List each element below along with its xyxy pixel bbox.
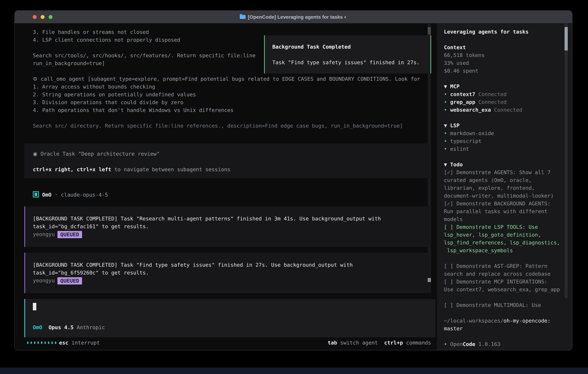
- titlebar: [OpenCode] Leveraging agents for tasks ◐: [15, 11, 572, 23]
- agent-model: claude-opus-4-5: [61, 192, 108, 198]
- session-title: Leveraging agents for tasks: [444, 28, 572, 36]
- workspace-path: ~/local-workspaces/oh-my-opencode:: [444, 317, 572, 325]
- status-dot-icon: •: [444, 99, 450, 105]
- app-window: [OpenCode] Leveraging agents for tasks ◐…: [14, 10, 572, 350]
- lsp-item: • eslint: [444, 145, 572, 153]
- terminal-main-pane: 3. File handles or streams not closed 4.…: [15, 23, 437, 350]
- desktop-bottom-strip: [0, 368, 588, 374]
- main-scrollbar-thumb-bottom[interactable]: [428, 278, 431, 282]
- message-background-task-1: [BACKGROUND TASK COMPLETED] Task "Resear…: [24, 206, 431, 247]
- oracle-task-title-line: ◉ Oracle Task "Deep architecture review": [33, 150, 431, 158]
- screen: [OpenCode] Leveraging agents for tasks ◐…: [0, 0, 588, 374]
- active-agent: OmO: [33, 324, 42, 330]
- minimize-button[interactable]: [41, 15, 44, 19]
- mcp-item: • grep_app Connected: [444, 98, 572, 106]
- status-dot-icon: •: [444, 130, 450, 136]
- context-spent: $0.46 spent: [444, 67, 572, 75]
- message-line: task_id="bg_dcfac161" to get results.: [33, 223, 431, 230]
- gear-icon: ⚙: [33, 76, 37, 82]
- todo-item-line: [✓] Demonstrate AGENTS: Show all 7: [444, 168, 572, 176]
- status-badge: QUEUED: [57, 231, 82, 238]
- omo-agent-icon: [33, 191, 39, 197]
- agent-session-header[interactable]: OmO · claude-opus-4-5: [33, 191, 108, 199]
- lsp-section-header[interactable]: ▼ LSP: [444, 122, 572, 129]
- status-dot-icon: •: [444, 138, 450, 144]
- text-cursor: [33, 303, 36, 310]
- status-bar: esc interrupt tab switch agent ctrl+p co…: [15, 339, 437, 347]
- todo-item-line-active: lsp_find_references, lsp_diagnostics,: [444, 239, 572, 247]
- status-dot-icon: •: [444, 341, 450, 347]
- active-model: Opus 4.5: [48, 324, 74, 330]
- todo-item-line: Use context7, websearch_exa, grep_app: [444, 286, 572, 293]
- message-background-task-2: [BACKGROUND TASK COMPLETED] Task "Find t…: [24, 253, 431, 293]
- folder-icon: [240, 15, 246, 19]
- todo-item-line: search and replace across codebase: [444, 270, 572, 278]
- main-scrollbar-thumb-top[interactable]: [428, 27, 431, 35]
- oracle-hint-line: ctrl+x right, ctrl+x left to navigate be…: [33, 166, 431, 173]
- oracle-task-box: ◉ Oracle Task "Deep architecture review"…: [24, 144, 431, 178]
- input-model-line: OmO Opus 4.5 Anthropic: [33, 323, 105, 331]
- model-provider: Anthropic: [77, 324, 105, 330]
- close-button[interactable]: [33, 15, 37, 19]
- background-task-notification: Background Task Completed Task "Find typ…: [264, 35, 431, 73]
- todo-item-line: models: [444, 215, 572, 223]
- separator-dot: ·: [55, 192, 58, 198]
- todo-item-line-active: lsp_workspace_symbols: [444, 247, 572, 254]
- status-dot-icon: •: [444, 107, 450, 113]
- sidebar: Leveraging agents for tasks Context 66,5…: [437, 23, 572, 350]
- oracle-icon: ◉: [33, 151, 37, 157]
- mcp-section-header[interactable]: ▼ MCP: [444, 83, 572, 90]
- log-line: 4. Path operations that don't handle Win…: [33, 106, 437, 114]
- chevron-down-icon: ▼: [444, 123, 450, 128]
- todo-item-line: [ ] Demonstrate AST-GREP: Pattern: [444, 262, 572, 270]
- agent-name: OmO: [42, 192, 52, 198]
- status-dot-icon: •: [444, 146, 450, 152]
- log-line-tool-call: ⚙ call_omo_agent [subagent_type=explore,…: [33, 75, 437, 83]
- workspace-branch: master: [444, 325, 572, 332]
- window-title: [OpenCode] Leveraging agents for tasks ◐: [248, 14, 347, 20]
- todo-item-line-active: lsp_hover, lsp_goto_definition,: [444, 231, 572, 239]
- maximize-button[interactable]: [49, 15, 52, 19]
- todo-item-line: [ ] Demonstrate MULTIMODAL: Use: [444, 301, 572, 309]
- esc-key: esc: [59, 340, 68, 346]
- prompt-input[interactable]: OmO Opus 4.5 Anthropic: [24, 299, 435, 337]
- author-name: yeongyu: [33, 231, 55, 237]
- traffic-lights: [33, 11, 52, 23]
- version-line: • OpenCode 1.0.163: [444, 340, 572, 348]
- message-meta: yeongyuQUEUED: [33, 277, 431, 284]
- log-line: Search src/ directory. Return specific f…: [33, 122, 437, 130]
- spinner-dots-icon: [27, 342, 56, 344]
- todo-item-line: Run parallel tasks with different: [444, 208, 572, 215]
- hint-keybindings: ctrl+x right, ctrl+x left: [33, 166, 111, 172]
- message-line: [BACKGROUND TASK COMPLETED] Task "Resear…: [33, 215, 431, 223]
- log-line: 3. File handles or streams not closed: [33, 28, 437, 36]
- context-tokens: 66,518 tokens: [444, 51, 572, 59]
- todo-item-line: document-writer, multimodal-looker): [444, 192, 572, 200]
- notification-title: Background Task Completed: [272, 43, 430, 51]
- interrupt-hint: esc interrupt: [59, 339, 100, 347]
- sidebar-scrollbar-thumb[interactable]: [565, 27, 568, 51]
- todo-item-line-active: [ ] Demonstrate LSP TOOLS: Use: [444, 223, 572, 231]
- keybinding-hints: tab switch agent ctrl+p commands: [328, 339, 431, 347]
- status-badge: QUEUED: [57, 277, 82, 284]
- lsp-item: • markdown-oxide: [444, 129, 572, 137]
- log-line: 1. Array access without bounds checking: [33, 83, 437, 91]
- chevron-down-icon: ▼: [444, 162, 450, 167]
- chevron-down-icon: ▼: [444, 83, 450, 89]
- context-used: 33% used: [444, 59, 572, 67]
- todo-section-header[interactable]: ▼ Todo: [444, 161, 572, 168]
- message-meta: yeongyuQUEUED: [33, 230, 431, 238]
- log-line: 2. String operations on potentially unde…: [33, 91, 437, 98]
- sidebar-scrollbar-track[interactable]: [565, 24, 568, 298]
- mcp-item: • websearch_exa Connected: [444, 106, 572, 114]
- log-line: 3. Division operations that could divide…: [33, 98, 437, 106]
- todo-item-line: [ ] Demonstrate MCP INTEGRATIONS:: [444, 278, 572, 286]
- log-line: [33, 114, 437, 122]
- context-heading: Context: [444, 43, 572, 51]
- todo-item-line: curated agents (OmO, oracle,: [444, 176, 572, 184]
- mcp-item: • context7 Connected: [444, 90, 572, 98]
- tab-key: tab: [328, 340, 337, 346]
- window-title-group: [OpenCode] Leveraging agents for tasks ◐: [240, 14, 347, 20]
- lsp-item: • typescript: [444, 137, 572, 145]
- todo-item-line: librarian, explore, frontend,: [444, 184, 572, 192]
